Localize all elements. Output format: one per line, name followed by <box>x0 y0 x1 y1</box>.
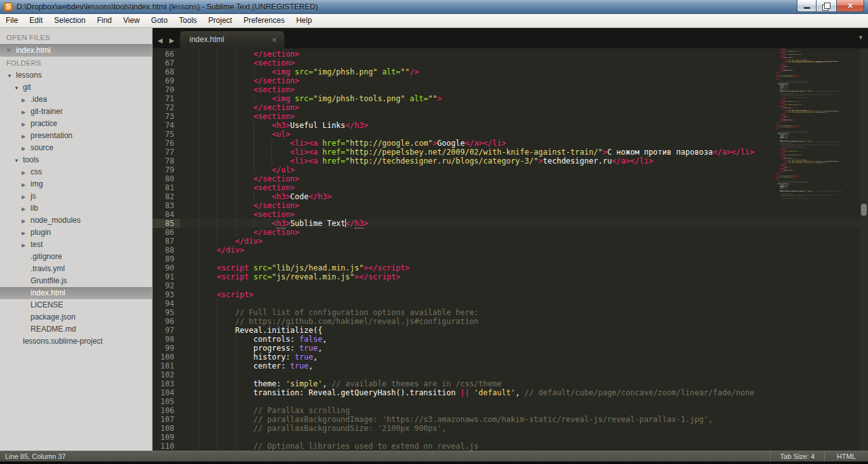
tree-item-tools[interactable]: ▼tools <box>0 154 152 166</box>
code-line[interactable]: 107// parallaxBackgroundImage: 'https://… <box>153 415 868 424</box>
indent-guide <box>198 201 217 210</box>
code-line[interactable]: 88</div> <box>153 246 868 255</box>
code-line[interactable]: 86</section> <box>153 228 868 237</box>
code-line[interactable]: 74<h3>Useful Links</h3> <box>153 121 868 130</box>
code-line[interactable]: 97Reveal.initialize({ <box>153 326 868 335</box>
code-line[interactable]: 79</ul> <box>153 165 868 174</box>
tree-item--gitignore[interactable]: .gitignore <box>0 251 152 263</box>
code-line[interactable]: 99progress: true, <box>153 344 868 353</box>
code-line[interactable]: 110// Optional libraries used to extend … <box>153 442 868 451</box>
menu-item-project[interactable]: Project <box>203 14 238 27</box>
code-line[interactable]: 87</div> <box>153 237 868 246</box>
code-line[interactable]: 91<script src="js/reveal.min.js"></scrip… <box>153 272 868 281</box>
menu-item-find[interactable]: Find <box>91 14 117 27</box>
menu-item-file[interactable]: File <box>0 14 24 27</box>
code-line[interactable]: 76<li><a href="http://google.com">Google… <box>153 139 868 148</box>
tree-item-plugin[interactable]: ▶plugin <box>0 227 152 239</box>
close-button[interactable]: × <box>836 0 864 12</box>
code-line[interactable]: 109 <box>153 433 868 442</box>
code-line[interactable]: 102 <box>153 370 868 379</box>
code-line[interactable]: 77<li><a href="http://pepelsbey.net/2009… <box>153 148 868 157</box>
menu-item-help[interactable]: Help <box>291 14 318 27</box>
code-line[interactable]: 92 <box>153 281 868 290</box>
folders-header: FOLDERS <box>0 57 152 69</box>
menu-item-edit[interactable]: Edit <box>24 14 48 27</box>
minimap[interactable]: </section><section><img src="img/phsh.pn… <box>771 48 860 451</box>
code-line[interactable]: 84<section> <box>153 210 868 219</box>
code-line[interactable]: 103theme: 'simple', // available themes … <box>153 379 868 388</box>
tree-item-lib[interactable]: ▶lib <box>0 202 152 214</box>
tree-item-package-json[interactable]: package.json <box>0 311 152 323</box>
code-line[interactable]: 72</section> <box>153 103 868 112</box>
tree-item-test[interactable]: ▶test <box>0 239 152 251</box>
tab-overflow-icon[interactable]: ▼ <box>858 34 864 41</box>
code-line[interactable]: 108// parallaxBackgroundSize: '2100px 90… <box>153 424 868 433</box>
tree-item-lessons[interactable]: ▼lessons <box>0 69 152 81</box>
code-line[interactable]: 75<ul> <box>153 130 868 139</box>
tree-item-presentation[interactable]: ▶presentation <box>0 130 152 142</box>
code-line[interactable]: 94 <box>153 299 868 308</box>
tree-item-readme-md[interactable]: README.md <box>0 323 152 335</box>
tab-size-indicator[interactable]: Tab Size: 4 <box>770 451 824 461</box>
code-line[interactable]: 69</section> <box>153 76 868 85</box>
tree-item-gruntfile-js[interactable]: Gruntfile.js <box>0 275 152 287</box>
restore-button[interactable] <box>816 0 836 12</box>
code-line[interactable]: 96// https://github.com/hakimel/reveal.j… <box>153 317 868 326</box>
code-line[interactable]: 78<li><a href="http://techdesigner.ru/bl… <box>153 157 868 165</box>
vertical-scrollbar[interactable] <box>860 48 868 451</box>
tree-item-css[interactable]: ▶css <box>0 166 152 178</box>
code-line[interactable]: 104transition: Reveal.getQueryHash().tra… <box>153 388 868 397</box>
tree-item-lessons-sublime-project[interactable]: lessons.sublime-project <box>0 335 152 348</box>
menu-item-goto[interactable]: Goto <box>146 14 174 27</box>
tree-item-git-trainer[interactable]: ▶git-trainer <box>0 106 152 118</box>
tree-item-node-modules[interactable]: ▶node_modules <box>0 214 152 227</box>
tab-close-icon[interactable]: × <box>272 31 277 48</box>
indent-guide <box>180 201 198 210</box>
code-line[interactable]: 90<script src="lib/js/head.min.js"></scr… <box>153 264 868 272</box>
code-line[interactable]: 73<section> <box>153 112 868 121</box>
code-line[interactable]: 85<h3>Sublime Text</h3> <box>153 219 868 228</box>
code-line[interactable]: 101center: true, <box>153 362 868 370</box>
tree-item-practice[interactable]: ▶practice <box>0 118 152 130</box>
tree-item-git[interactable]: ▼git <box>0 81 152 94</box>
code-line[interactable]: 68<img src="img/phsh.png" alt=""/> <box>153 67 868 76</box>
code-line[interactable]: 80</section> <box>153 174 868 183</box>
tree-item-index-html[interactable]: index.html <box>0 287 152 299</box>
code-line[interactable]: 93<script> <box>153 290 868 299</box>
syntax-indicator[interactable]: HTML <box>824 451 868 461</box>
tree-item-js[interactable]: ▶js <box>0 190 152 202</box>
code-line[interactable]: 70<section> <box>153 85 868 94</box>
tree-item-img[interactable]: ▶img <box>0 178 152 190</box>
code-line[interactable]: 83</section> <box>153 201 868 210</box>
code-line[interactable]: 82<h3>Code</h3> <box>153 192 868 201</box>
minimize-button[interactable] <box>797 0 816 12</box>
code-line[interactable]: 66</section> <box>153 50 868 59</box>
code-line[interactable]: 100history: true, <box>153 353 868 362</box>
tree-item--idea[interactable]: ▶.idea <box>0 94 152 106</box>
code-line[interactable]: 71<img src="img/phsh-tools.png" alt=""> <box>153 94 868 103</box>
tab-prev-icon[interactable]: ◀ <box>158 37 163 44</box>
code-line[interactable]: 67<section> <box>153 59 868 67</box>
tree-item-license[interactable]: LICENSE <box>0 299 152 311</box>
menu-item-tools[interactable]: Tools <box>174 14 203 27</box>
indent-guide <box>272 148 290 157</box>
menu-item-view[interactable]: View <box>118 14 146 27</box>
indent-guide <box>235 50 254 59</box>
tab-next-icon[interactable]: ▶ <box>169 37 174 44</box>
tree-item-source[interactable]: ▶source <box>0 142 152 154</box>
code-editor[interactable]: 66</section>67<section>68<img src="img/p… <box>153 48 868 451</box>
code-line[interactable]: 106// Parallax scrolling <box>153 406 868 415</box>
indent-guide <box>235 415 254 424</box>
scrollbar-thumb[interactable] <box>861 204 867 216</box>
code-line[interactable]: 89 <box>153 255 868 264</box>
close-file-icon[interactable]: × <box>6 46 11 55</box>
open-file-item[interactable]: ×index.html <box>0 44 152 57</box>
tab-index-html[interactable]: index.html × <box>180 31 284 48</box>
code-line[interactable]: 95// Full list of configuration options … <box>153 308 868 317</box>
menu-item-selection[interactable]: Selection <box>48 14 91 27</box>
code-line[interactable]: 105 <box>153 397 868 406</box>
code-line[interactable]: 81<section> <box>153 183 868 192</box>
tree-item--travis-yml[interactable]: .travis.yml <box>0 263 152 275</box>
code-line[interactable]: 98controls: false, <box>153 335 868 344</box>
menu-item-preferences[interactable]: Preferences <box>238 14 291 27</box>
